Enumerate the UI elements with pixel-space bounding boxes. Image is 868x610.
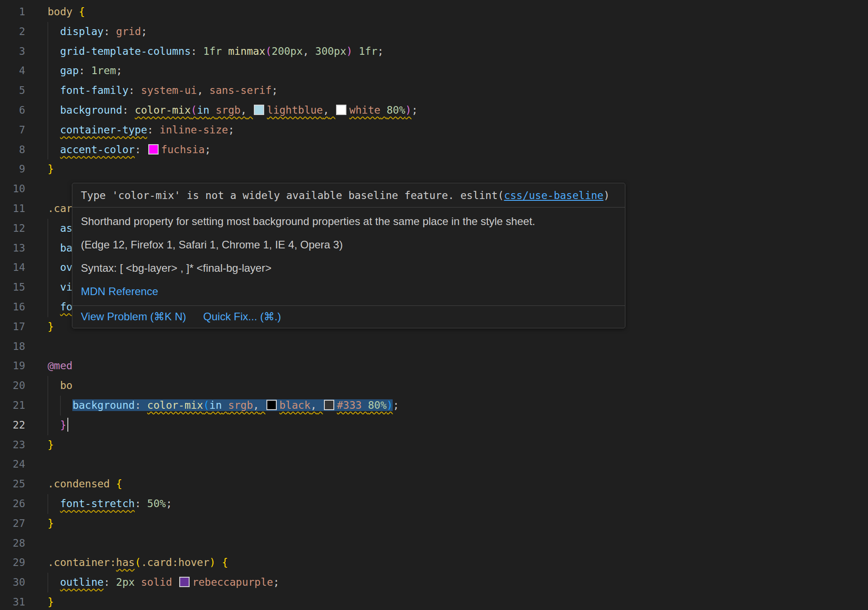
color-swatch[interactable] bbox=[336, 105, 346, 115]
code-line-8[interactable]: 8 accent-color: fuchsia; bbox=[0, 140, 868, 160]
diagnostic-message: Type 'color-mix' is not a widely availab… bbox=[81, 190, 461, 201]
code-line-24[interactable]: 24 bbox=[0, 455, 868, 474]
line-number[interactable]: 1 bbox=[0, 2, 25, 22]
code-token: : bbox=[191, 45, 197, 57]
code-token: , bbox=[323, 104, 329, 116]
code-line-4[interactable]: 4 gap: 1rem; bbox=[0, 61, 868, 81]
code-token bbox=[197, 45, 203, 57]
line-number[interactable]: 30 bbox=[0, 573, 25, 592]
code-token: 300px bbox=[315, 45, 346, 57]
color-swatch[interactable] bbox=[266, 400, 277, 410]
line-number[interactable]: 20 bbox=[0, 376, 25, 396]
line-number[interactable]: 24 bbox=[0, 455, 25, 474]
line-number[interactable]: 23 bbox=[0, 435, 25, 455]
code-token bbox=[48, 26, 60, 37]
code-line-2[interactable]: 2 display: grid; bbox=[0, 22, 868, 42]
quick-fix-action[interactable]: Quick Fix... (⌘.) bbox=[203, 310, 281, 323]
code-line-22[interactable]: 22 } bbox=[0, 416, 868, 435]
code-token: 1rem bbox=[91, 65, 116, 76]
color-swatch[interactable] bbox=[179, 577, 190, 587]
warning-squiggle-range: color-mix(in srgb, lightblue, white 80%) bbox=[135, 104, 412, 116]
line-number[interactable]: 9 bbox=[0, 159, 25, 179]
line-number[interactable]: 21 bbox=[0, 396, 25, 416]
line-number[interactable]: 22 bbox=[0, 416, 25, 435]
code-content: .condensed { bbox=[48, 474, 868, 494]
code-token: : bbox=[135, 498, 141, 509]
code-token: color-mix bbox=[135, 104, 191, 116]
code-line-25[interactable]: 25.condensed { bbox=[0, 474, 868, 494]
line-number[interactable]: 5 bbox=[0, 81, 25, 101]
code-line-21[interactable]: 21 background: color-mix(in srgb, black,… bbox=[0, 396, 868, 416]
hover-highlight-range: background: color-mix(in srgb, black, #3… bbox=[72, 399, 393, 411]
line-number[interactable]: 29 bbox=[0, 553, 25, 573]
code-token: : bbox=[135, 399, 141, 411]
line-number[interactable]: 10 bbox=[0, 179, 25, 199]
line-number[interactable]: 17 bbox=[0, 317, 25, 337]
color-swatch[interactable] bbox=[254, 105, 264, 115]
line-number[interactable]: 6 bbox=[0, 101, 25, 120]
code-content: background: color-mix(in srgb, black, #3… bbox=[48, 396, 868, 416]
color-swatch[interactable] bbox=[324, 400, 334, 410]
line-number[interactable]: 16 bbox=[0, 297, 25, 317]
code-token: , bbox=[303, 45, 309, 57]
code-content bbox=[48, 455, 868, 474]
line-number[interactable]: 7 bbox=[0, 120, 25, 140]
code-line-23[interactable]: 23} bbox=[0, 435, 868, 455]
code-line-18[interactable]: 18 bbox=[0, 337, 868, 357]
line-number[interactable]: 31 bbox=[0, 592, 25, 610]
code-line-27[interactable]: 27} bbox=[0, 514, 868, 534]
code-token bbox=[381, 104, 387, 116]
line-number[interactable]: 19 bbox=[0, 356, 25, 376]
line-number[interactable]: 26 bbox=[0, 494, 25, 514]
code-line-5[interactable]: 5 font-family: system-ui, sans-serif; bbox=[0, 81, 868, 101]
mdn-reference-link[interactable]: MDN Reference bbox=[81, 285, 158, 297]
line-number[interactable]: 8 bbox=[0, 140, 25, 160]
code-line-9[interactable]: 9} bbox=[0, 159, 868, 179]
code-token: sans-serif bbox=[209, 84, 271, 96]
code-line-7[interactable]: 7 container-type: inline-size; bbox=[0, 120, 868, 140]
code-token: fo bbox=[60, 301, 73, 313]
line-number[interactable]: 14 bbox=[0, 258, 25, 278]
documentation-section: Shorthand property for setting most back… bbox=[72, 208, 625, 305]
code-token: srgb bbox=[216, 104, 240, 116]
line-number[interactable]: 28 bbox=[0, 534, 25, 553]
code-editor[interactable]: 1body {2 display: grid;3 grid-template-c… bbox=[0, 0, 868, 610]
line-number[interactable]: 15 bbox=[0, 278, 25, 297]
indent-guide bbox=[48, 416, 48, 435]
code-token bbox=[222, 399, 228, 411]
code-token: ov bbox=[60, 261, 73, 273]
indent-guide bbox=[48, 573, 48, 592]
code-line-3[interactable]: 3 grid-template-columns: 1fr minmax(200p… bbox=[0, 42, 868, 62]
indent-guide bbox=[48, 258, 48, 278]
code-line-19[interactable]: 19@med bbox=[0, 356, 868, 376]
line-number[interactable]: 11 bbox=[0, 199, 25, 219]
line-number[interactable]: 25 bbox=[0, 474, 25, 494]
code-line-1[interactable]: 1body { bbox=[0, 2, 868, 22]
code-token: rebeccapurple bbox=[192, 576, 273, 588]
indent-guide bbox=[48, 219, 48, 239]
line-number[interactable]: 3 bbox=[0, 42, 25, 62]
code-token: font-stretch bbox=[60, 498, 135, 509]
code-content: background: color-mix(in srgb, lightblue… bbox=[48, 101, 868, 120]
diagnostic-rule-link[interactable]: css/use-baseline bbox=[504, 190, 604, 201]
code-token bbox=[48, 124, 60, 136]
code-line-26[interactable]: 26 font-stretch: 50%; bbox=[0, 494, 868, 514]
code-line-6[interactable]: 6 background: color-mix(in srgb, lightbl… bbox=[0, 101, 868, 120]
code-line-28[interactable]: 28 bbox=[0, 534, 868, 553]
view-problem-action[interactable]: View Problem (⌘K N) bbox=[81, 310, 186, 323]
browser-support: (Edge 12, Firefox 1, Safari 1, Chrome 1,… bbox=[81, 238, 616, 252]
line-number[interactable]: 4 bbox=[0, 61, 25, 81]
line-number[interactable]: 27 bbox=[0, 514, 25, 534]
code-content: font-family: system-ui, sans-serif; bbox=[48, 81, 868, 101]
code-line-31[interactable]: 31} bbox=[0, 592, 868, 610]
code-line-20[interactable]: 20 bo bbox=[0, 376, 868, 396]
code-token: ; bbox=[205, 144, 211, 155]
line-number[interactable]: 18 bbox=[0, 337, 25, 357]
code-token: .condensed bbox=[48, 478, 110, 490]
line-number[interactable]: 12 bbox=[0, 219, 25, 239]
color-swatch[interactable] bbox=[148, 144, 159, 155]
line-number[interactable]: 2 bbox=[0, 22, 25, 42]
line-number[interactable]: 13 bbox=[0, 239, 25, 258]
code-line-30[interactable]: 30 outline: 2px solid rebeccapurple; bbox=[0, 573, 868, 592]
code-line-29[interactable]: 29.container:has(.card:hover) { bbox=[0, 553, 868, 573]
